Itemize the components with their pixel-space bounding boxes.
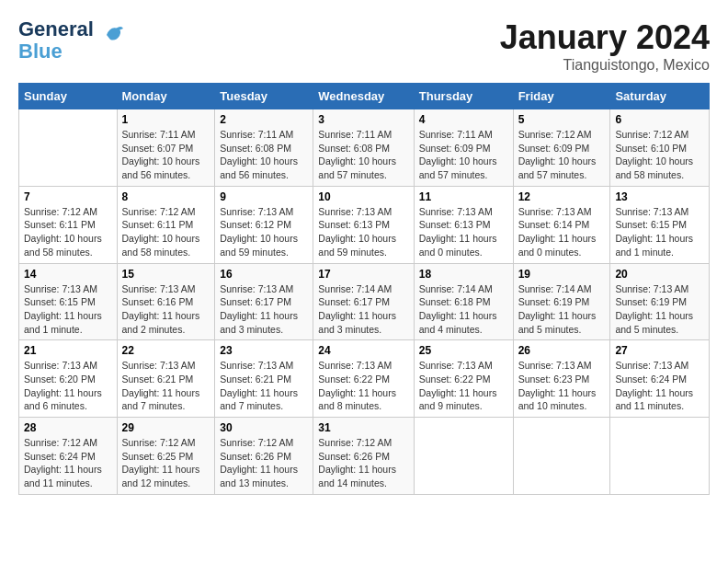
- calendar-cell: 25Sunrise: 7:13 AM Sunset: 6:22 PM Dayli…: [414, 340, 513, 418]
- day-number: 29: [122, 421, 210, 434]
- day-info: Sunrise: 7:12 AM Sunset: 6:25 PM Dayligh…: [122, 436, 210, 490]
- header-saturday: Saturday: [610, 84, 710, 109]
- day-number: 25: [419, 344, 508, 357]
- calendar-cell: 21Sunrise: 7:13 AM Sunset: 6:20 PM Dayli…: [19, 340, 118, 418]
- day-number: 10: [318, 190, 408, 203]
- day-number: 23: [220, 344, 308, 357]
- day-number: 1: [122, 113, 210, 126]
- day-number: 17: [318, 268, 408, 281]
- day-info: Sunrise: 7:11 AM Sunset: 6:08 PM Dayligh…: [220, 128, 308, 182]
- day-info: Sunrise: 7:12 AM Sunset: 6:26 PM Dayligh…: [318, 436, 408, 490]
- calendar-cell: 29Sunrise: 7:12 AM Sunset: 6:25 PM Dayli…: [117, 418, 215, 495]
- calendar-cell: 12Sunrise: 7:13 AM Sunset: 6:14 PM Dayli…: [513, 186, 610, 263]
- calendar-subtitle: Tianguistongo, Mexico: [500, 57, 710, 74]
- calendar-cell: 24Sunrise: 7:13 AM Sunset: 6:22 PM Dayli…: [313, 340, 414, 418]
- calendar-cell: 9Sunrise: 7:13 AM Sunset: 6:12 PM Daylig…: [215, 186, 313, 263]
- day-info: Sunrise: 7:11 AM Sunset: 6:09 PM Dayligh…: [419, 128, 508, 182]
- day-number: 20: [615, 268, 704, 281]
- calendar-cell: 10Sunrise: 7:13 AM Sunset: 6:13 PM Dayli…: [313, 186, 414, 263]
- logo-text: GeneralBlue: [18, 17, 94, 63]
- day-number: 22: [122, 344, 210, 357]
- day-info: Sunrise: 7:13 AM Sunset: 6:19 PM Dayligh…: [615, 282, 704, 337]
- calendar-header-row: SundayMondayTuesdayWednesdayThursdayFrid…: [19, 84, 710, 109]
- day-number: 21: [24, 344, 112, 357]
- calendar-cell: 23Sunrise: 7:13 AM Sunset: 6:21 PM Dayli…: [215, 340, 313, 418]
- day-number: 5: [518, 113, 606, 126]
- calendar-cell: 14Sunrise: 7:13 AM Sunset: 6:15 PM Dayli…: [19, 263, 118, 340]
- day-info: Sunrise: 7:12 AM Sunset: 6:11 PM Dayligh…: [122, 205, 210, 259]
- calendar-cell: 27Sunrise: 7:13 AM Sunset: 6:24 PM Dayli…: [610, 340, 710, 418]
- calendar-cell: 4Sunrise: 7:11 AM Sunset: 6:09 PM Daylig…: [414, 109, 513, 187]
- day-info: Sunrise: 7:13 AM Sunset: 6:22 PM Dayligh…: [419, 359, 508, 413]
- day-number: 26: [518, 344, 606, 357]
- calendar-cell: 7Sunrise: 7:12 AM Sunset: 6:11 PM Daylig…: [19, 186, 118, 263]
- day-info: Sunrise: 7:13 AM Sunset: 6:16 PM Dayligh…: [122, 282, 210, 337]
- calendar-cell: 31Sunrise: 7:12 AM Sunset: 6:26 PM Dayli…: [313, 418, 414, 495]
- day-info: Sunrise: 7:12 AM Sunset: 6:10 PM Dayligh…: [615, 128, 704, 182]
- day-number: 19: [518, 268, 606, 281]
- day-info: Sunrise: 7:13 AM Sunset: 6:15 PM Dayligh…: [615, 205, 704, 259]
- calendar-cell: [513, 418, 610, 495]
- calendar-cell: 16Sunrise: 7:13 AM Sunset: 6:17 PM Dayli…: [215, 263, 313, 340]
- header-wednesday: Wednesday: [313, 84, 414, 109]
- header-tuesday: Tuesday: [215, 84, 313, 109]
- day-number: 12: [518, 190, 606, 203]
- day-number: 31: [318, 421, 408, 434]
- day-number: 13: [615, 190, 704, 203]
- header-monday: Monday: [117, 84, 215, 109]
- day-info: Sunrise: 7:11 AM Sunset: 6:07 PM Dayligh…: [122, 128, 210, 182]
- day-info: Sunrise: 7:13 AM Sunset: 6:15 PM Dayligh…: [24, 282, 112, 337]
- calendar-cell: [19, 109, 118, 187]
- calendar-cell: 17Sunrise: 7:14 AM Sunset: 6:17 PM Dayli…: [313, 263, 414, 340]
- calendar-cell: 26Sunrise: 7:13 AM Sunset: 6:23 PM Dayli…: [513, 340, 610, 418]
- day-number: 27: [615, 344, 704, 357]
- day-number: 2: [220, 113, 308, 126]
- day-info: Sunrise: 7:14 AM Sunset: 6:18 PM Dayligh…: [419, 282, 508, 337]
- calendar-cell: [414, 418, 513, 495]
- day-number: 8: [122, 190, 210, 203]
- day-info: Sunrise: 7:13 AM Sunset: 6:21 PM Dayligh…: [122, 359, 210, 413]
- day-info: Sunrise: 7:13 AM Sunset: 6:13 PM Dayligh…: [419, 205, 508, 259]
- day-number: 14: [24, 268, 112, 281]
- header-friday: Friday: [513, 84, 610, 109]
- calendar-cell: 30Sunrise: 7:12 AM Sunset: 6:26 PM Dayli…: [215, 418, 313, 495]
- day-info: Sunrise: 7:13 AM Sunset: 6:12 PM Dayligh…: [220, 205, 308, 259]
- day-number: 16: [220, 268, 308, 281]
- calendar-week-row: 14Sunrise: 7:13 AM Sunset: 6:15 PM Dayli…: [19, 263, 710, 340]
- day-number: 3: [318, 113, 408, 126]
- header-thursday: Thursday: [414, 84, 513, 109]
- day-info: Sunrise: 7:13 AM Sunset: 6:22 PM Dayligh…: [318, 359, 408, 413]
- day-info: Sunrise: 7:13 AM Sunset: 6:17 PM Dayligh…: [220, 282, 308, 337]
- logo: GeneralBlue: [18, 18, 127, 63]
- header-sunday: Sunday: [19, 84, 118, 109]
- calendar-cell: 11Sunrise: 7:13 AM Sunset: 6:13 PM Dayli…: [414, 186, 513, 263]
- day-number: 6: [615, 113, 704, 126]
- day-info: Sunrise: 7:13 AM Sunset: 6:14 PM Dayligh…: [518, 205, 606, 259]
- day-number: 15: [122, 268, 210, 281]
- calendar-cell: 2Sunrise: 7:11 AM Sunset: 6:08 PM Daylig…: [215, 109, 313, 187]
- day-info: Sunrise: 7:13 AM Sunset: 6:13 PM Dayligh…: [318, 205, 408, 259]
- calendar-cell: 3Sunrise: 7:11 AM Sunset: 6:08 PM Daylig…: [313, 109, 414, 187]
- day-info: Sunrise: 7:13 AM Sunset: 6:24 PM Dayligh…: [615, 359, 704, 413]
- calendar-cell: 6Sunrise: 7:12 AM Sunset: 6:10 PM Daylig…: [610, 109, 710, 187]
- calendar-table: SundayMondayTuesdayWednesdayThursdayFrid…: [18, 83, 710, 495]
- calendar-week-row: 7Sunrise: 7:12 AM Sunset: 6:11 PM Daylig…: [19, 186, 710, 263]
- day-info: Sunrise: 7:13 AM Sunset: 6:23 PM Dayligh…: [518, 359, 606, 413]
- day-number: 24: [318, 344, 408, 357]
- day-number: 4: [419, 113, 508, 126]
- calendar-cell: 19Sunrise: 7:14 AM Sunset: 6:19 PM Dayli…: [513, 263, 610, 340]
- day-number: 30: [220, 421, 308, 434]
- calendar-cell: 1Sunrise: 7:11 AM Sunset: 6:07 PM Daylig…: [117, 109, 215, 187]
- calendar-cell: 15Sunrise: 7:13 AM Sunset: 6:16 PM Dayli…: [117, 263, 215, 340]
- calendar-week-row: 28Sunrise: 7:12 AM Sunset: 6:24 PM Dayli…: [19, 418, 710, 495]
- calendar-cell: 5Sunrise: 7:12 AM Sunset: 6:09 PM Daylig…: [513, 109, 610, 187]
- page-header: GeneralBlue January 2024 Tianguistongo, …: [18, 18, 710, 74]
- day-info: Sunrise: 7:11 AM Sunset: 6:08 PM Dayligh…: [318, 128, 408, 182]
- day-info: Sunrise: 7:13 AM Sunset: 6:20 PM Dayligh…: [24, 359, 112, 413]
- title-block: January 2024 Tianguistongo, Mexico: [500, 18, 710, 74]
- calendar-cell: 28Sunrise: 7:12 AM Sunset: 6:24 PM Dayli…: [19, 418, 118, 495]
- day-info: Sunrise: 7:13 AM Sunset: 6:21 PM Dayligh…: [220, 359, 308, 413]
- day-number: 7: [24, 190, 112, 203]
- calendar-cell: 20Sunrise: 7:13 AM Sunset: 6:19 PM Dayli…: [610, 263, 710, 340]
- logo-bird-icon: [99, 21, 127, 49]
